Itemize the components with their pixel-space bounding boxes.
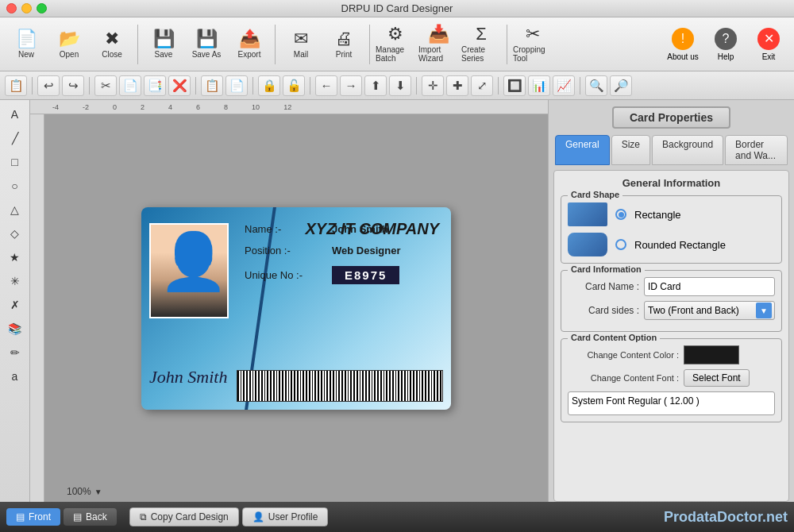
- exit-button[interactable]: ✕ Exit: [750, 21, 788, 67]
- label-tool[interactable]: a: [3, 365, 27, 387]
- shape-rounded-option[interactable]: Rounded Rectangle: [568, 233, 775, 256]
- id-card[interactable]: XYZ IT COMPANY Name :- John Smith Positi…: [141, 207, 451, 410]
- saveas-button[interactable]: 💾 Save As: [187, 21, 226, 67]
- minimize-window-btn[interactable]: [21, 3, 32, 13]
- print-button[interactable]: 🖨 Print: [324, 21, 364, 67]
- open-button[interactable]: 📂 Open: [49, 21, 89, 67]
- tb2-lock-btn[interactable]: 🔒: [258, 75, 280, 96]
- tab-size[interactable]: Size: [611, 135, 650, 165]
- print-icon: 🖨: [335, 30, 353, 48]
- zoom-dropdown-icon[interactable]: ▼: [94, 488, 102, 496]
- tb2-zoomin-btn[interactable]: 🔍: [585, 75, 607, 96]
- create-series-button[interactable]: Σ Create Series: [461, 21, 501, 67]
- tb2-delete-btn[interactable]: ❌: [168, 75, 191, 96]
- front-button[interactable]: ▤ Front: [6, 508, 60, 526]
- up-icon: ⬆: [371, 79, 381, 93]
- tb2-expand-btn[interactable]: ⤢: [471, 75, 493, 96]
- rect-radio[interactable]: [615, 209, 626, 220]
- canvas-work[interactable]: XYZ IT COMPANY Name :- John Smith Positi…: [44, 114, 548, 502]
- tb2-doc-btn[interactable]: 📋: [5, 75, 27, 96]
- tb2-cut-btn[interactable]: ✂: [94, 75, 117, 96]
- card-name-row: Card Name :: [568, 277, 775, 296]
- tb2-sep3: [195, 77, 196, 94]
- tb2-table-btn[interactable]: 📊: [528, 75, 550, 96]
- tb2-up-btn[interactable]: ⬆: [364, 75, 387, 96]
- tb2-down-btn[interactable]: ⬇: [389, 75, 411, 96]
- tab-background[interactable]: Background: [652, 135, 723, 165]
- series-label: Create Series: [461, 45, 501, 63]
- gear-tool[interactable]: ✳: [3, 270, 27, 292]
- save-button[interactable]: 💾 Save: [144, 21, 183, 67]
- import-wizard-button[interactable]: 📥 Import Wizard: [418, 21, 458, 67]
- about-button[interactable]: ! About us: [664, 21, 702, 67]
- book-tool[interactable]: 📚: [3, 318, 27, 340]
- traffic-lights[interactable]: [6, 3, 47, 13]
- tb2-doc-icon: 📋: [9, 79, 24, 93]
- tb2-copy2-btn[interactable]: 📋: [201, 75, 223, 96]
- shape-rectangle-option[interactable]: Rectangle: [568, 202, 775, 226]
- close-button[interactable]: ✖ Close: [92, 21, 132, 67]
- tb2-chart-btn[interactable]: 📈: [553, 75, 575, 96]
- tb2-undo-btn[interactable]: ↩: [37, 75, 60, 96]
- about-icon: !: [672, 28, 694, 50]
- text-tool[interactable]: A: [3, 103, 27, 125]
- tb2-redo-btn[interactable]: ↪: [62, 75, 84, 96]
- line-tool[interactable]: ╱: [3, 127, 27, 149]
- rect-label: Rectangle: [634, 209, 681, 221]
- name-field: Name :- John Smith: [245, 223, 443, 235]
- card-name-input[interactable]: [644, 277, 775, 296]
- ellipse-tool[interactable]: ○: [3, 175, 27, 197]
- color-row: Change Content Color :: [568, 345, 775, 364]
- ruler-left: [30, 114, 44, 502]
- tb2-align1-btn[interactable]: ✛: [422, 75, 444, 96]
- zoom-control[interactable]: 100% ▼: [67, 486, 102, 497]
- maximize-window-btn[interactable]: [37, 3, 47, 13]
- tb2-new2-btn[interactable]: 📄: [225, 75, 248, 96]
- triangle-tool[interactable]: △: [3, 199, 27, 221]
- manage-batch-button[interactable]: ⚙ Manage Batch: [376, 21, 415, 67]
- tb2-unlock-btn[interactable]: 🔓: [283, 75, 305, 96]
- select-font-button[interactable]: Select Font: [684, 369, 750, 387]
- toolbox: A ╱ □ ○ △ ◇ ★ ✳ ✗ 📚 ✏ a: [0, 100, 30, 502]
- color-swatch[interactable]: [684, 345, 739, 364]
- pencil-tool[interactable]: ✏: [3, 341, 27, 364]
- position-field: Position :- Web Designer: [245, 245, 443, 256]
- rect-tool[interactable]: □: [3, 151, 27, 173]
- ruler-top: -4 -2 0 2 4 6 8 10 12: [30, 100, 548, 114]
- close-icon: ✖: [105, 30, 119, 48]
- tb2-align2-btn[interactable]: ✚: [446, 75, 468, 96]
- new-button[interactable]: 📄 New: [6, 21, 46, 67]
- back-button[interactable]: ▤ Back: [64, 508, 117, 526]
- card-name-label: Card Name :: [568, 281, 639, 292]
- rounded-radio[interactable]: [615, 239, 626, 250]
- tb2-grid-btn[interactable]: 🔲: [503, 75, 526, 96]
- tb2-paste-btn[interactable]: 📑: [144, 75, 166, 96]
- manage-batch-label: Manage Batch: [376, 45, 415, 63]
- tab-general[interactable]: General: [555, 135, 610, 165]
- diamond-tool[interactable]: ◇: [3, 222, 27, 245]
- tb2-right-btn[interactable]: →: [340, 75, 362, 96]
- star-tool[interactable]: ★: [3, 246, 27, 268]
- down-icon: ⬇: [395, 79, 406, 93]
- copy-card-design-button[interactable]: ⧉ Copy Card Design: [129, 507, 239, 526]
- card-sides-select[interactable]: Two (Front and Back) One (Front Only): [644, 301, 775, 320]
- mail-button[interactable]: ✉ Mail: [281, 21, 321, 67]
- font-label: Change Content Font :: [568, 373, 679, 383]
- cross-tool[interactable]: ✗: [3, 294, 27, 316]
- mail-icon: ✉: [294, 30, 308, 48]
- user-profile-button[interactable]: 👤 User Profile: [242, 507, 329, 526]
- tb2-zoomout-btn[interactable]: 🔎: [610, 75, 632, 96]
- help-button[interactable]: ? Help: [707, 21, 745, 67]
- undo-icon: ↩: [44, 79, 54, 93]
- export-button[interactable]: 📤 Export: [229, 21, 269, 67]
- tb2-left-btn[interactable]: ←: [315, 75, 337, 96]
- tb2-copy-btn[interactable]: 📄: [119, 75, 141, 96]
- series-icon: Σ: [476, 25, 487, 43]
- import-icon: 📥: [428, 25, 449, 43]
- close-window-btn[interactable]: [6, 3, 17, 13]
- main-toolbar: 📄 New 📂 Open ✖ Close 💾 Save 💾 Save As 📤 …: [0, 17, 794, 71]
- new-label: New: [18, 50, 34, 59]
- cropping-tool-button[interactable]: ✂ Cropping Tool: [513, 21, 553, 67]
- tab-border[interactable]: Border and Wa...: [725, 135, 788, 165]
- line-icon: ╱: [12, 132, 18, 145]
